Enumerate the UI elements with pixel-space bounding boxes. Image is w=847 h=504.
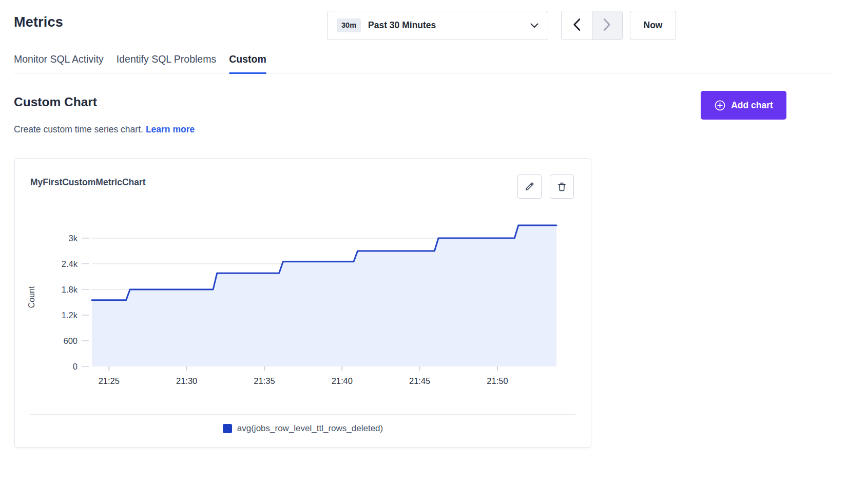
next-time-button[interactable]: [592, 11, 623, 40]
tab-monitor-sql-activity[interactable]: Monitor SQL Activity: [14, 53, 104, 73]
svg-text:21:50: 21:50: [487, 376, 508, 385]
tab-identify-sql-problems[interactable]: Identify SQL Problems: [117, 53, 216, 73]
delete-chart-button[interactable]: [550, 175, 574, 199]
svg-text:1.2k: 1.2k: [62, 311, 78, 320]
description-text: Create custom time series chart.: [14, 124, 143, 134]
chevron-left-icon: [573, 18, 581, 33]
svg-text:0: 0: [73, 362, 78, 371]
pencil-icon: [524, 181, 535, 192]
svg-text:600: 600: [63, 336, 78, 345]
svg-text:21:25: 21:25: [99, 376, 120, 385]
time-window-select[interactable]: 30m Past 30 Minutes: [327, 11, 548, 40]
chart-legend: avg(jobs_row_level_ttl_rows_deleted): [15, 423, 591, 434]
card-divider: [30, 414, 575, 415]
svg-text:3k: 3k: [69, 234, 78, 243]
svg-text:21:35: 21:35: [254, 376, 275, 385]
learn-more-link[interactable]: Learn more: [146, 124, 195, 134]
tabs-bar: Monitor SQL Activity Identify SQL Proble…: [14, 53, 834, 73]
time-window-badge: 30m: [337, 18, 361, 32]
chevron-right-icon: [603, 18, 611, 33]
legend-label: avg(jobs_row_level_ttl_rows_deleted): [237, 423, 383, 434]
now-button[interactable]: Now: [630, 11, 676, 40]
chart-card-actions: [517, 175, 574, 199]
chevron-down-icon: [530, 23, 538, 28]
page-title: Metrics: [14, 14, 63, 30]
prev-time-button[interactable]: [562, 11, 592, 40]
time-nav-group: [561, 11, 623, 40]
custom-metric-chart: 06001.2k1.8k2.4k3k21:2521:3021:3521:4021…: [15, 210, 592, 395]
trash-icon: [556, 181, 567, 192]
edit-chart-button[interactable]: [517, 175, 542, 199]
svg-text:21:40: 21:40: [332, 376, 353, 385]
chart-card: MyFirstCustomMetricChart 06001.2k1.8k2.4…: [14, 158, 591, 448]
time-window-label: Past 30 Minutes: [368, 20, 436, 31]
svg-text:2.4k: 2.4k: [62, 259, 78, 268]
svg-text:21:30: 21:30: [176, 376, 197, 385]
add-chart-button[interactable]: Add chart: [701, 91, 786, 120]
svg-text:21:45: 21:45: [409, 376, 430, 385]
section-title: Custom Chart: [14, 95, 97, 109]
svg-text:Count: Count: [27, 286, 36, 308]
section-description: Create custom time series chart.Learn mo…: [14, 124, 195, 135]
add-chart-label: Add chart: [731, 100, 773, 111]
tab-custom[interactable]: Custom: [229, 53, 266, 73]
chart-title: MyFirstCustomMetricChart: [30, 177, 146, 188]
legend-swatch: [223, 424, 232, 433]
svg-text:1.8k: 1.8k: [62, 285, 78, 294]
metrics-page: Metrics 30m Past 30 Minutes Now Monitor …: [0, 0, 847, 504]
plus-circle-icon: [714, 100, 726, 111]
